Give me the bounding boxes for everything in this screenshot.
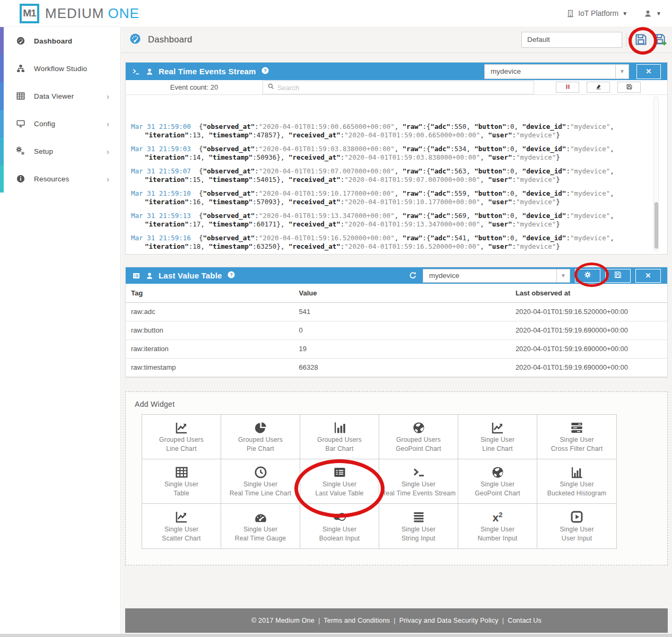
sidebar-item-dashboard[interactable]: Dashboard (0, 27, 120, 55)
save-as-new-dashboard-button[interactable] (653, 32, 667, 47)
sidebar-item-workflow-studio[interactable]: Workflow Studio (0, 55, 120, 82)
widget-tile-single-user-string-input[interactable]: Single UserString Input (379, 504, 458, 548)
widget-tile-grouped-users-geopoint-chart[interactable]: Grouped UsersGeoPoint Chart (379, 415, 458, 459)
single-user-icon (145, 67, 154, 76)
pie-chart-icon (254, 420, 268, 435)
toggle-icon (333, 509, 347, 525)
user-caret-icon[interactable]: ▼ (656, 11, 661, 16)
user-avatar-icon[interactable] (643, 9, 652, 18)
platform-menu[interactable]: IoT Platform (578, 9, 618, 18)
help-icon[interactable]: ? (227, 270, 235, 281)
setup-icon (15, 146, 26, 156)
table-row: raw:adc 541 2020-04-01T01:59:16.520000+0… (126, 302, 667, 321)
resources-icon (15, 174, 26, 184)
dashboard-select[interactable]: ▼ (521, 32, 622, 48)
events-log[interactable]: Mar 31 21:59:00 {"observed_at":"2020-04-… (126, 95, 667, 254)
widget-tile-single-user-number-input[interactable]: x2Single UserNumber Input (458, 504, 537, 548)
save-dashboard-button[interactable] (634, 32, 648, 47)
widget-tile-single-user-scatter-chart[interactable]: Single UserScatter Chart (142, 504, 221, 548)
events-toolbar: Event count: 20 (126, 80, 667, 95)
line-chart-icon (174, 509, 189, 525)
device-select[interactable]: ▼ (423, 269, 570, 283)
clear-stream-button[interactable] (587, 82, 610, 93)
platform-caret-icon[interactable]: ▼ (622, 11, 627, 16)
globe-icon (412, 420, 426, 435)
close-widget-button[interactable]: ✕ (636, 64, 661, 79)
chevron-right-icon: › (107, 174, 109, 184)
widget-tile-single-user-user-input[interactable]: Single UserUser Input (537, 504, 616, 548)
footer-link-contact[interactable]: Contact Us (508, 617, 542, 624)
table-row: raw:iteration 19 2020-04-01T01:59:19.690… (126, 339, 667, 358)
clock-icon (254, 464, 268, 480)
chevron-down-icon[interactable]: ▼ (556, 269, 570, 283)
data-viewer-icon (15, 91, 26, 101)
device-input[interactable] (485, 67, 615, 75)
widget-tile-single-user-table[interactable]: Single UserTable (142, 459, 221, 504)
widget-settings-button[interactable] (575, 269, 600, 283)
dashboard-icon (129, 32, 142, 47)
sidebar-item-config[interactable]: Config › (0, 110, 120, 137)
close-widget-button[interactable]: ✕ (635, 269, 661, 283)
pause-stream-button[interactable] (556, 82, 579, 93)
workflow-icon (15, 64, 26, 73)
widget-grid: Grouped UsersLine ChartGrouped UsersPie … (142, 414, 617, 549)
gear-icon (583, 270, 592, 281)
scrollbar-thumb[interactable] (654, 202, 658, 249)
event-log-entry: Mar 31 21:59:13 {"observed_at":"2020-04-… (131, 212, 634, 229)
chevron-right-icon: › (107, 92, 109, 101)
widget-tile-grouped-users-pie-chart[interactable]: Grouped UsersPie Chart (221, 415, 300, 459)
device-select[interactable]: ▼ (484, 64, 629, 79)
widget-tile-single-user-bucketed-histogram[interactable]: Single UserBucketed Histogram (537, 459, 616, 504)
widget-tile-single-user-real-time-events-stream[interactable]: Single UserReal Time Events Stream (379, 459, 458, 504)
widget-tile-single-user-boolean-input[interactable]: Single UserBoolean Input (300, 504, 379, 548)
single-user-icon (145, 272, 154, 280)
save-icon (626, 83, 633, 92)
column-header-last-observed: Last observed at (510, 284, 667, 302)
events-search[interactable] (263, 81, 534, 94)
sidebar-item-setup[interactable]: Setup › (0, 137, 120, 165)
table-icon (132, 272, 141, 280)
widget-tile-grouped-users-bar-chart[interactable]: Grouped UsersBar Chart (300, 415, 379, 459)
line-chart-icon (174, 420, 189, 435)
close-icon: ✕ (645, 272, 651, 280)
horizontal-scrollbar[interactable] (0, 634, 672, 637)
medium-one-logo: M1 MEDIUM ONE (20, 4, 139, 23)
search-icon (263, 83, 277, 92)
chevron-right-icon: › (107, 147, 109, 156)
search-input[interactable] (277, 84, 534, 92)
page-title: Dashboard (148, 34, 192, 45)
chevron-down-icon[interactable]: ▼ (626, 32, 632, 47)
help-icon[interactable]: ? (261, 66, 269, 77)
widget-tile-single-user-geopoint-chart[interactable]: Single UserGeoPoint Chart (458, 459, 537, 504)
terminal-icon (132, 67, 141, 76)
sidebar-item-resources[interactable]: Resources › (0, 165, 120, 193)
footer-link-privacy[interactable]: Privacy and Data Security Policy (399, 617, 499, 624)
save-widget-button[interactable] (605, 269, 631, 283)
widget-tile-single-user-cross-filter-chart[interactable]: Single UserCross Filter Chart (537, 415, 616, 459)
widget-title: Last Value Table (159, 271, 222, 280)
footer-link-terms[interactable]: Terms and Conditions (324, 617, 390, 624)
widget-tile-single-user-last-value-table[interactable]: Single UserLast Value Table (300, 459, 379, 504)
dashboard-name-input[interactable] (522, 36, 626, 43)
svg-text:?: ? (264, 68, 267, 73)
widget-tile-grouped-users-line-chart[interactable]: Grouped UsersLine Chart (142, 415, 221, 459)
chevron-right-icon: › (107, 119, 109, 128)
play-square-icon (570, 509, 584, 525)
widget-tile-single-user-real-time-gauge[interactable]: Single UserReal Time Gauge (221, 504, 300, 548)
main-content: Dashboard ▼ Real Time Events Stream ? ▼ … (121, 27, 672, 637)
logo-text-medium: MEDIUM (45, 5, 104, 22)
terminal-icon (412, 464, 426, 480)
widget-tile-single-user-real-time-line-chart[interactable]: Single UserReal Time Line Chart (221, 459, 300, 504)
building-icon (566, 9, 575, 18)
histogram-icon (570, 464, 584, 480)
refresh-icon[interactable] (408, 271, 417, 280)
sidebar-item-data-viewer[interactable]: Data Viewer › (0, 82, 120, 110)
close-icon: ✕ (646, 67, 652, 75)
widget-tile-single-user-line-chart[interactable]: Single UserLine Chart (458, 415, 537, 459)
m1-logo-icon: M1 (20, 4, 39, 23)
event-log-entry: Mar 31 21:59:10 {"observed_at":"2020-04-… (131, 189, 634, 206)
scrollbar[interactable] (653, 97, 659, 251)
device-input[interactable] (423, 272, 556, 280)
save-stream-button[interactable] (617, 82, 641, 93)
chevron-down-icon[interactable]: ▼ (615, 65, 629, 78)
